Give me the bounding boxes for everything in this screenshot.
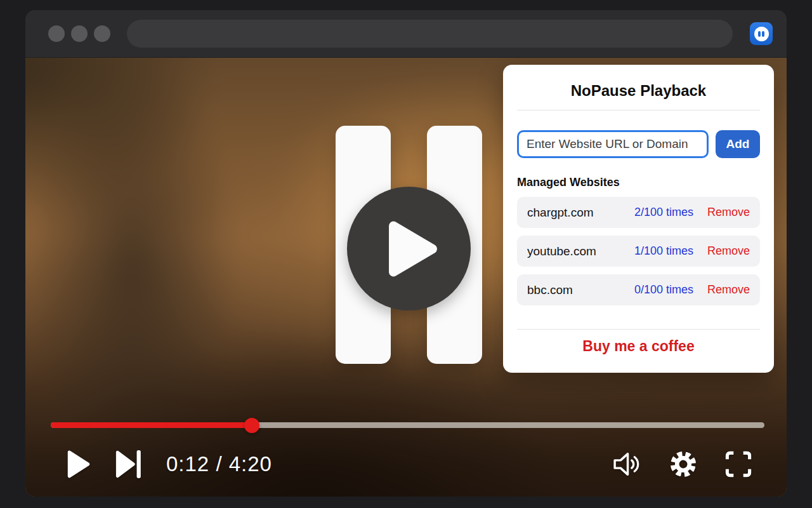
close-button[interactable]: [48, 25, 65, 42]
big-play-icon: [388, 221, 438, 277]
website-usage-count: 2/100 times: [634, 206, 693, 219]
play-icon: [66, 450, 91, 479]
window-controls: [48, 25, 110, 42]
time-display: 0:12 / 4:20: [166, 452, 272, 476]
add-website-button[interactable]: Add: [716, 130, 760, 158]
remove-website-link[interactable]: Remove: [707, 206, 750, 219]
popup-title: NoPause Playback: [517, 82, 760, 100]
website-domain: bbc.com: [527, 283, 634, 297]
big-play-button[interactable]: [347, 187, 471, 311]
browser-window: NoPause Playback Add Managed Websites ch…: [25, 10, 787, 497]
address-bar[interactable]: [127, 20, 733, 48]
website-domain: chargpt.com: [527, 206, 634, 220]
pause-icon: [754, 27, 769, 41]
extension-popup: NoPause Playback Add Managed Websites ch…: [503, 65, 774, 373]
volume-button[interactable]: [612, 450, 642, 478]
skip-next-button[interactable]: [115, 450, 142, 479]
minimize-button[interactable]: [71, 25, 88, 42]
website-usage-count: 0/100 times: [634, 283, 693, 297]
maximize-button[interactable]: [94, 25, 110, 42]
seek-bar[interactable]: [51, 422, 764, 428]
divider: [517, 329, 760, 330]
fullscreen-icon: [724, 450, 752, 478]
website-row: bbc.com 0/100 times Remove: [517, 274, 760, 305]
remove-website-link[interactable]: Remove: [707, 283, 750, 297]
video-surface[interactable]: NoPause Playback Add Managed Websites ch…: [25, 58, 787, 497]
skip-next-icon: [115, 450, 142, 479]
seek-bar-fill: [51, 422, 252, 428]
play-button[interactable]: [66, 450, 91, 479]
website-url-input[interactable]: [517, 130, 709, 158]
website-row: youtube.com 1/100 times Remove: [517, 236, 760, 267]
volume-icon: [612, 450, 642, 478]
fullscreen-button[interactable]: [724, 450, 752, 478]
gear-icon: [669, 450, 698, 479]
player-controls: 0:12 / 4:20: [25, 436, 787, 492]
buy-me-a-coffee-link[interactable]: Buy me a coffee: [517, 338, 760, 355]
extension-button[interactable]: [750, 22, 773, 45]
website-usage-count: 1/100 times: [634, 244, 693, 258]
browser-toolbar: [25, 10, 787, 58]
managed-websites-heading: Managed Websites: [517, 176, 760, 189]
website-row: chargpt.com 2/100 times Remove: [517, 197, 760, 228]
divider: [517, 110, 760, 110]
website-domain: youtube.com: [527, 244, 634, 258]
seek-knob[interactable]: [244, 418, 259, 433]
remove-website-link[interactable]: Remove: [707, 244, 750, 258]
settings-button[interactable]: [669, 450, 698, 479]
